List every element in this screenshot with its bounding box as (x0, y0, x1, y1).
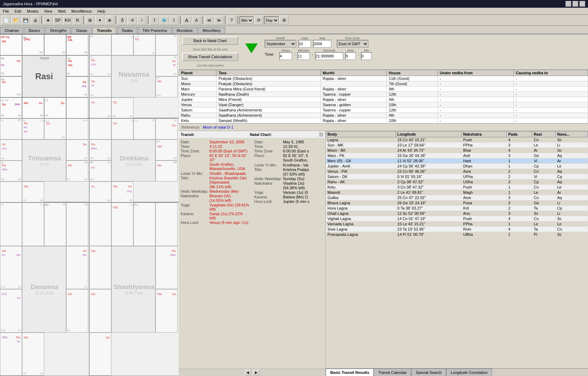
tab-tithi[interactable]: Tithi Pravesha (138, 27, 172, 34)
bottom-tabs-bar: Basic Transit Results Transit Calendar S… (326, 368, 588, 376)
body-cell-9-5: Le (555, 185, 588, 190)
help-btn[interactable]: ? (227, 16, 236, 25)
col-rasi: Rasi (532, 131, 556, 137)
sp-btn[interactable]: SP (53, 16, 62, 25)
body-cell-9-2: Push (462, 185, 507, 190)
back-natal-btn[interactable]: Back to Natal Chart (182, 36, 238, 45)
planet-cell-5-3: 10th (387, 102, 437, 108)
date-input[interactable] (298, 40, 311, 48)
t-date-label: Date: (181, 140, 209, 144)
tab-strengths[interactable]: Strengths (45, 27, 71, 34)
fb-btn[interactable]: f (150, 16, 159, 25)
close-btn[interactable]: ✕ (580, 1, 585, 7)
menu-moremenus[interactable]: MoreMenus (69, 8, 95, 14)
icon1-btn[interactable]: ♁ (118, 16, 127, 25)
back-btn[interactable]: ≪ (205, 16, 214, 25)
tab-basics[interactable]: Basics (24, 27, 44, 34)
menu-web[interactable]: Web (55, 8, 68, 14)
menu-edit[interactable]: Edit (12, 8, 24, 14)
planet-cell-7-1: Saadhana (Achievement) (216, 113, 320, 118)
open-btn[interactable]: 📂 (11, 16, 20, 25)
body-row: Ghati Lagna12 Sc 52' 00.59"Anu3ScLi (326, 211, 588, 216)
scroll-left-btn[interactable]: ◀ (244, 370, 251, 375)
icon3-btn[interactable]: ♀ (137, 16, 146, 25)
text-a1-btn[interactable]: A (182, 16, 191, 25)
tab-taiaka[interactable]: Taiaka (117, 27, 137, 34)
astro-btn[interactable]: ★ (43, 16, 53, 25)
sep3 (116, 16, 116, 25)
planet-table: Planet Tara Murthi House Under vedha fro… (179, 70, 588, 123)
tab-longitude-correlation[interactable]: Longitude Correlation (446, 369, 492, 376)
cell-r3c1: Md Su A10 (0, 76, 22, 97)
tab-miscellany[interactable]: Miscellany (198, 27, 225, 34)
t-tithi-pct: (88.11% left) (209, 185, 250, 189)
menu-modes[interactable]: Modes (24, 8, 41, 14)
extra1-btn[interactable]: ⟳ (254, 16, 263, 25)
transit-natal-scroll[interactable]: Date: September 10, 2009 Time: 4:11:22 T… (179, 138, 325, 369)
fwd-btn[interactable]: ≫ (214, 16, 223, 25)
kh-btn[interactable]: KH (63, 16, 72, 25)
tab-dasas[interactable]: Dasas (71, 27, 91, 34)
window-controls[interactable]: ─ □ ✕ (566, 1, 585, 7)
tab-transit-calendar[interactable]: Transit Calendar (374, 369, 411, 376)
t-btn[interactable]: t (170, 16, 179, 25)
t-tithi-label: Tithi: (181, 176, 209, 184)
text-a2-btn[interactable]: A (192, 16, 201, 25)
body-cell-8-2: USha (462, 179, 507, 185)
hours-input[interactable] (279, 52, 292, 60)
menu-view[interactable]: View (41, 8, 55, 14)
n-tithi-val: Krishna Pratips (283, 168, 323, 172)
sep5 (180, 16, 181, 25)
print-btn[interactable]: 🖨 (31, 16, 40, 25)
n-place2-val: South Grafton, (283, 158, 323, 162)
scroll-right-btn[interactable]: ▶ (253, 370, 260, 375)
month-select[interactable]: September (265, 40, 296, 48)
show-transit-btn[interactable]: Show Transit Calculations (182, 53, 238, 61)
sp2-btn[interactable]: ⊕ (105, 16, 114, 25)
n-btn[interactable]: N (73, 16, 82, 25)
min-select[interactable]: Min (240, 16, 254, 24)
hour-input[interactable] (345, 52, 356, 60)
tab-basic-transit[interactable]: Basic Transit Results (326, 369, 374, 376)
menu-help[interactable]: Help (95, 8, 108, 14)
body-row: Saturn - DK0 Vi 01' 55.16"UPha2ViCp (326, 174, 588, 179)
window-title: Jagannatha Hora - ПРИМЕР.jhd (3, 2, 58, 6)
body-cell-12-1: 26 Ge 33' 24.16" (396, 200, 462, 206)
seconds-input[interactable] (315, 52, 343, 60)
year-input[interactable] (313, 40, 331, 48)
back-note: Must click this at the end (182, 48, 238, 51)
cell-r4c1: GL PP Sa (Me) A9 A1 (0, 97, 22, 118)
min-input[interactable] (361, 52, 372, 60)
f-btn[interactable]: 🐦 (160, 16, 169, 25)
body-cell-13-4: Ta (532, 206, 556, 211)
menu-file[interactable]: File (0, 8, 12, 14)
body-table-scroll[interactable]: Body Longitude Nakshatra Pada Rasi Nava.… (326, 131, 588, 368)
minutes-input[interactable] (297, 52, 310, 60)
body-row: Ketu3 Cn 38' 47.32"Push1CnLe (326, 185, 588, 190)
minimize-btn[interactable]: ─ (566, 1, 571, 7)
scrollbar-stub[interactable] (319, 132, 323, 137)
body-cell-2-3: 4 (507, 148, 532, 153)
body-cell-1-4: Le (532, 143, 556, 148)
star-btn[interactable]: ✦ (95, 16, 104, 25)
planet-row: MercuryNaidhana (Death)Taamra - copper12… (179, 92, 588, 97)
tab-special-search[interactable]: Special Search (411, 369, 446, 376)
natal-details: Date: May 5, 1985 Time: 12:30:41 Time Zo… (252, 138, 325, 226)
extra2-btn[interactable]: ⚙ (279, 16, 289, 25)
day-select[interactable]: Day (264, 16, 279, 24)
grid-btn[interactable]: ⊞ (85, 16, 95, 25)
save-btn[interactable]: 💾 (21, 16, 30, 25)
planet-cell-4-3: 4th (387, 97, 437, 102)
body-cell-10-3: 1 (507, 190, 532, 195)
body-cell-9-0: Ketu (326, 185, 396, 190)
timezone-select[interactable]: East of GMT (337, 40, 368, 48)
tab-chakras[interactable]: Chakras (0, 27, 23, 34)
new-btn[interactable]: 📄 (1, 16, 11, 25)
n-lunar-label: Lunar Yr-Mo: (254, 163, 282, 167)
body-cell-5-3: 1 (507, 164, 532, 169)
icon2-btn[interactable]: ♃ (127, 16, 137, 25)
planet-cell-6-1: Saadhana (Achievement) (216, 108, 320, 113)
tab-mundane[interactable]: Mundane (172, 27, 198, 34)
maximize-btn[interactable]: □ (573, 1, 578, 7)
tab-transits[interactable]: Transits (92, 27, 116, 34)
